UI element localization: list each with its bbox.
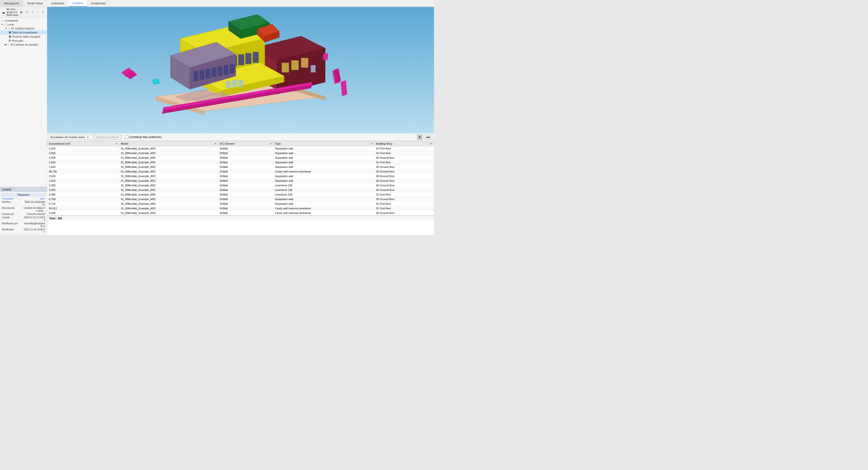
col-header-type[interactable]: Type ▼: [273, 141, 374, 146]
sort-icon-story: ▼: [430, 143, 432, 145]
svg-marker-48: [152, 79, 159, 85]
cell-story: 00 Ground floor: [374, 165, 434, 169]
table-body: 4,193 01_BIMcollab_Example_ARC IfcWall S…: [48, 146, 434, 215]
table-row[interactable]: 30,612 01_BIMcollab_Example_ARC IfcWall …: [48, 206, 434, 211]
svg-rect-7: [282, 63, 289, 72]
results-dropdown[interactable]: Resultados del modelo activo ▼: [49, 135, 92, 139]
cell-ifc: IfcWall: [218, 188, 273, 193]
col-header-propiedad: Propiedad: [2, 198, 24, 200]
tree-label-listados-basicos: 01 Listados basicos: [11, 27, 35, 30]
cell-model: 01_BIMcollab_Example_ARC: [119, 193, 218, 197]
cell-type: Separation wall: [273, 160, 374, 165]
tree-item-property-table-merged[interactable]: ▦ Property table (merged): [0, 34, 47, 38]
cell-type: Separation wall: [273, 202, 374, 206]
cell-volume: 30,612: [48, 206, 119, 211]
cell-volume: 3,526: [48, 174, 119, 179]
col-label-story: Building Story: [376, 142, 393, 145]
col-label-ifc: IFC Element: [220, 142, 235, 145]
cell-type: Separation wall: [273, 165, 374, 169]
folder-icon: 🗂: [1, 19, 4, 22]
nav-item-incidencias[interactable]: Incidencias: [87, 0, 110, 6]
table-row[interactable]: 2,385 01_BIMcollab_Example_ARC IfcWall L…: [48, 193, 434, 197]
folder-icon-local: 🗂: [4, 23, 6, 26]
cell-model: 01_BIMcollab_Example_ARC: [119, 151, 218, 155]
close-panel-button[interactable]: X: [417, 135, 423, 140]
tree-item-pivot-grid[interactable]: ⊞ Pivot grid: [0, 38, 47, 42]
val-descripcion: Listados de tablas de prop...: [24, 207, 45, 212]
table-row[interactable]: 3,900 01_BIMcollab_Example_ARC IfcWall L…: [48, 188, 434, 193]
summary-row-creado: Creado 2020-10-23 11:48:09: [1, 216, 46, 222]
cell-model: 01_BIMcollab_Example_ARC: [119, 188, 218, 193]
combine-rows-checkbox[interactable]: [125, 136, 128, 139]
csv-export-button[interactable]: csv: [424, 135, 433, 139]
cell-volume: 2,385: [48, 193, 119, 197]
cell-story: 01 First floor: [374, 193, 434, 197]
table-row[interactable]: 38,735 01_BIMcollab_Example_ARC IfcWall …: [48, 169, 434, 174]
cell-volume: 3,556: [48, 151, 119, 155]
table-row[interactable]: 3,556 01_BIMcollab_Example_ARC IfcWall S…: [48, 151, 434, 155]
table-row[interactable]: 1,593 01_BIMcollab_Example_ARC IfcWall S…: [48, 179, 434, 183]
table-row[interactable]: 0,716 01_BIMcollab_Example_ARC IfcWall S…: [48, 202, 434, 206]
results-table: GrossVolume [m³] ▼ Model ▼: [47, 141, 434, 215]
cell-volume: 2,396: [48, 183, 119, 188]
col-label-gross-volume: GrossVolume [m³]: [49, 142, 70, 145]
project-name: My first project in BIMcollab: [6, 8, 18, 17]
summary-row-nombre: Nombre Tabla de propiedades: [1, 200, 46, 206]
tree-item-listados-ejemplo[interactable]: ▶ 🗂 02 Listados de ejemplo: [0, 42, 47, 47]
cell-ifc: IfcWall: [218, 202, 273, 206]
col-header-gross-volume[interactable]: GrossVolume [m³] ▼: [48, 141, 119, 146]
col-header-model[interactable]: Model ▼: [119, 141, 218, 146]
summary-row-modificado: Modificado 2022-11-24 16:46:37: [1, 228, 46, 234]
remove-button[interactable]: −: [36, 10, 40, 14]
table-row[interactable]: 2,559 01_BIMcollab_Example_ARC IfcWall S…: [48, 155, 434, 160]
cell-model: 01_BIMcollab_Example_ARC: [119, 211, 218, 215]
cell-story: 01 First floor: [374, 206, 434, 211]
tree-item-tabla-propiedades[interactable]: ▦ Tabla de propiedades: [0, 30, 47, 34]
cell-model: 01_BIMcollab_Example_ARC: [119, 183, 218, 188]
table-row[interactable]: 1,644 01_BIMcollab_Example_ARC IfcWall S…: [48, 165, 434, 169]
cell-ifc: IfcWall: [218, 146, 273, 151]
tree-item-listados-basicos[interactable]: ▼ 🗂 01 Listados basicos: [0, 26, 47, 30]
table-row[interactable]: 4,193 01_BIMcollab_Example_ARC IfcWall S…: [48, 146, 434, 151]
table-row[interactable]: 2,396 01_BIMcollab_Example_ARC IfcWall L…: [48, 183, 434, 188]
nav-item-navegacion[interactable]: Navegación: [0, 0, 23, 6]
table-row[interactable]: 2,559 01_BIMcollab_Example_ARC IfcWall S…: [48, 160, 434, 165]
expand-arrow-local: ▼: [1, 23, 3, 26]
cell-model: 01_BIMcollab_Example_ARC: [119, 169, 218, 174]
expand-arrow-ejemplo: ▶: [5, 43, 6, 46]
nav-item-colisiones[interactable]: Colisiones: [47, 0, 68, 6]
cell-volume: 2,559: [48, 155, 119, 160]
cell-story: 00 Ground floor: [374, 174, 434, 179]
prop-modificado: Modificado: [2, 228, 24, 234]
col-header-ifc-element[interactable]: IFC Element ▼: [218, 141, 273, 146]
sort-icon-model: ▼: [214, 143, 217, 145]
summary-row-descripcion: Descripción Listados de tablas de prop..…: [1, 206, 46, 212]
cell-type: Cavity wall masonry-limestone: [273, 211, 374, 215]
cell-ifc: IfcWall: [218, 179, 273, 183]
menu-button[interactable]: ≡: [41, 10, 45, 14]
cell-volume: 0,716: [48, 202, 119, 206]
play-button[interactable]: ▶: [20, 10, 24, 14]
tree-item-local[interactable]: ▼ 🗂 Local: [0, 23, 47, 26]
listado-bottom-panel: Listado Resumen Propiedad Valor Nombre T…: [0, 187, 47, 235]
nav-item-listados[interactable]: Listados: [68, 0, 87, 6]
table-row[interactable]: 3,526 01_BIMcollab_Example_ARC IfcWall S…: [48, 174, 434, 179]
col-header-building-story[interactable]: Building Story ▼: [374, 141, 434, 146]
add-button[interactable]: +: [31, 10, 34, 14]
table-row[interactable]: 0,708 01_BIMcollab_Example_ARC IfcWall S…: [48, 197, 434, 202]
folder-icon-listados: 🗂: [7, 27, 10, 30]
table-row[interactable]: 5,449 01_BIMcollab_Example_ARC IfcWall C…: [48, 211, 434, 215]
sort-icon-volume: ▼: [115, 143, 118, 145]
svg-rect-42: [224, 65, 228, 75]
cell-type: Cavity wall masonry-limestone: [273, 206, 374, 211]
table-icon-merged: ▦: [9, 35, 11, 38]
data-table-wrapper[interactable]: GrossVolume [m³] ▼ Model ▼: [47, 141, 434, 235]
publish-results-button[interactable]: Publicar resultados: [94, 135, 122, 140]
3d-viewport[interactable]: [47, 7, 434, 133]
nav-item-smart-views[interactable]: Smart views: [23, 0, 47, 6]
cell-story: 01 First floor: [374, 202, 434, 206]
tree-item-compartido[interactable]: 🗂 Compartido: [0, 19, 47, 23]
edit-button[interactable]: ✎: [25, 10, 29, 14]
svg-rect-37: [193, 71, 198, 81]
file-tree: 🗂 Compartido ▼ 🗂 Local ▼ 🗂 01 Listados b…: [0, 18, 47, 187]
